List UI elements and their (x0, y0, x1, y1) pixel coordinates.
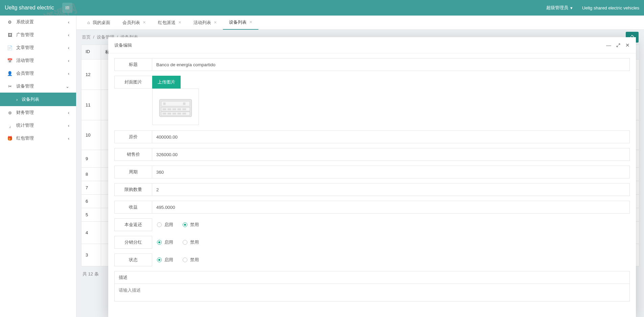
svg-rect-9 (182, 108, 186, 111)
radio-dividend: 启用 禁用 (152, 236, 630, 249)
chevron-left-icon: ‹ (68, 123, 69, 128)
label-limit-qty: 限购数量 (114, 183, 152, 196)
label-description: 描述 (114, 271, 630, 284)
user-icon: 👤 (7, 71, 13, 76)
sidebar-item-device[interactable]: ✂设备管理⌄ (0, 80, 76, 93)
radio-status-enable[interactable]: 启用 (157, 257, 173, 263)
chevron-left-icon: ‹ (68, 20, 69, 25)
close-icon[interactable]: ✕ (143, 20, 146, 25)
radio-dividend-enable[interactable]: 启用 (157, 239, 173, 245)
sidebar-item-member[interactable]: 👤会员管理‹ (0, 67, 76, 80)
chart-icon: ⁁ (7, 123, 13, 128)
chevron-left-icon: ‹ (68, 58, 69, 63)
chevron-left-icon: ‹ (68, 136, 69, 141)
calendar-icon: 📅 (7, 58, 13, 63)
svg-rect-14 (178, 113, 181, 115)
svg-rect-5 (163, 108, 166, 111)
sidebar-item-system[interactable]: ⚙系统设置‹ (0, 16, 76, 28)
cell-id: 9 (82, 150, 101, 167)
modal-title: 设备编辑 (114, 42, 132, 48)
header: Ueltg shared electric 超级管理员 ▾ Ueltg shar… (0, 0, 644, 16)
user-label: 超级管理员 (546, 5, 568, 11)
coin-icon: ⊛ (7, 110, 13, 115)
radio-principal-return: 启用 禁用 (152, 218, 630, 231)
label-title: 标题 (114, 58, 152, 71)
user-menu[interactable]: 超级管理员 ▾ (546, 5, 573, 11)
home-icon: ⌂ (87, 20, 90, 25)
label-principal-return: 本金返还 (114, 218, 152, 231)
label-dividend: 分销分红 (114, 236, 152, 249)
modal-device-edit: 设备编辑 — ✕ 标题 封面图片 上传图片 (108, 37, 636, 317)
input-limit-qty[interactable] (152, 183, 630, 196)
minimize-button[interactable]: — (606, 42, 611, 48)
close-icon[interactable]: ✕ (178, 20, 181, 25)
label-orig-price: 原价 (114, 130, 152, 143)
cell-id: 3 (82, 244, 101, 266)
chevron-down-icon: ▾ (570, 5, 573, 10)
label-profit: 收益 (114, 201, 152, 214)
svg-rect-7 (172, 108, 176, 111)
svg-rect-13 (172, 113, 176, 115)
tools-icon: ✂ (7, 84, 13, 89)
tabs: ⌂我的桌面 会员列表✕ 红包派送✕ 活动列表✕ 设备列表✕ (76, 16, 644, 30)
table-header-id: ID (82, 45, 101, 59)
sidebar-item-redpacket[interactable]: 🎁红包管理‹ (0, 132, 76, 145)
cell-id: 6 (82, 195, 101, 208)
chevron-left-icon: ‹ (68, 71, 69, 76)
sidebar-toggle[interactable] (62, 3, 72, 13)
label-cover: 封面图片 (114, 76, 152, 89)
sidebar-item-stats[interactable]: ⁁统计管理‹ (0, 119, 76, 132)
maximize-button[interactable] (616, 42, 621, 48)
file-icon: 📄 (7, 45, 13, 50)
chevron-left-icon: ‹ (68, 110, 69, 115)
radio-principal-enable[interactable]: 启用 (157, 222, 173, 228)
label-sale-price: 销售价 (114, 148, 152, 161)
tab-activities[interactable]: 活动列表✕ (187, 16, 223, 30)
radio-status-disable[interactable]: 禁用 (183, 257, 199, 263)
cell-id: 11 (82, 90, 101, 120)
radio-principal-disable[interactable]: 禁用 (183, 222, 199, 228)
label-status: 状态 (114, 253, 152, 266)
input-sale-price[interactable] (152, 148, 630, 161)
cell-id: 10 (82, 120, 101, 150)
input-profit[interactable] (152, 201, 630, 214)
tab-redpacket[interactable]: 红包派送✕ (152, 16, 187, 30)
tab-devices[interactable]: 设备列表✕ (223, 16, 258, 30)
tab-members[interactable]: 会员列表✕ (116, 16, 152, 30)
menu-icon (65, 5, 70, 10)
chevron-right-icon: › (16, 97, 18, 102)
sidebar-item-ad[interactable]: 🖼广告管理‹ (0, 28, 76, 41)
input-orig-price[interactable] (152, 130, 630, 143)
cell-id: 12 (82, 59, 101, 90)
textarea-description[interactable] (114, 284, 630, 301)
sidebar-item-activity[interactable]: 📅活动管理‹ (0, 54, 76, 67)
cell-id: 5 (82, 208, 101, 221)
upload-button[interactable]: 上传图片 (152, 76, 181, 89)
close-icon[interactable]: ✕ (214, 20, 217, 25)
radio-status: 启用 禁用 (152, 253, 630, 266)
chevron-left-icon: ‹ (68, 32, 69, 38)
svg-rect-12 (167, 113, 171, 115)
label-period: 周期 (114, 166, 152, 178)
chevron-left-icon: ‹ (68, 45, 69, 50)
svg-rect-8 (178, 108, 181, 111)
modal-header: 设备编辑 — ✕ (108, 37, 636, 53)
radio-dividend-disable[interactable]: 禁用 (183, 239, 199, 245)
input-period[interactable] (152, 166, 630, 178)
chevron-down-icon: ⌄ (66, 84, 69, 89)
expand-icon (616, 43, 621, 48)
device-image (157, 94, 194, 120)
tab-desktop[interactable]: ⌂我的桌面 (81, 16, 116, 30)
sidebar-item-finance[interactable]: ⊛财务管理‹ (0, 106, 76, 119)
input-title[interactable] (152, 58, 630, 71)
cell-id: 7 (82, 181, 101, 194)
sidebar-subitem-device-list[interactable]: ›设备列表 (0, 93, 76, 106)
svg-rect-15 (182, 113, 186, 115)
modal-body: 标题 封面图片 上传图片 原价 销售价 (108, 53, 636, 317)
brand-label: Ueltg shared electric vehicles (582, 5, 639, 10)
sidebar-item-article[interactable]: 📄文章管理‹ (0, 41, 76, 54)
gift-icon: 🎁 (7, 136, 13, 141)
image-preview[interactable] (152, 89, 199, 125)
close-button[interactable]: ✕ (625, 42, 630, 48)
close-icon[interactable]: ✕ (249, 20, 252, 24)
